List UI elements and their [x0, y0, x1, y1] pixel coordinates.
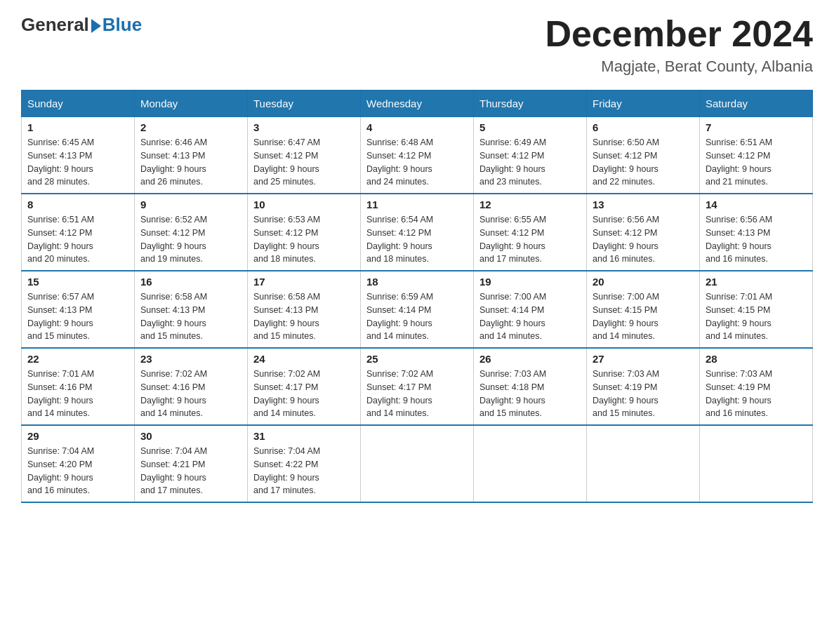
day-cell: 28 Sunrise: 7:03 AM Sunset: 4:19 PM Dayl… [700, 348, 813, 425]
day-info: Sunrise: 7:00 AM Sunset: 4:14 PM Dayligh… [479, 290, 581, 343]
day-cell: 29 Sunrise: 7:04 AM Sunset: 4:20 PM Dayl… [22, 425, 135, 502]
day-info: Sunrise: 6:51 AM Sunset: 4:12 PM Dayligh… [706, 136, 807, 189]
week-row-4: 22 Sunrise: 7:01 AM Sunset: 4:16 PM Dayl… [22, 348, 813, 425]
logo-top: General Blue [21, 14, 142, 36]
day-cell: 27 Sunrise: 7:03 AM Sunset: 4:19 PM Dayl… [587, 348, 700, 425]
header-cell-tuesday: Tuesday [248, 90, 361, 117]
day-cell: 14 Sunrise: 6:56 AM Sunset: 4:13 PM Dayl… [700, 194, 813, 271]
day-number: 28 [706, 353, 807, 365]
header-cell-friday: Friday [587, 90, 700, 117]
day-info: Sunrise: 6:48 AM Sunset: 4:12 PM Dayligh… [366, 136, 468, 189]
day-number: 24 [253, 353, 355, 365]
calendar-body: 1 Sunrise: 6:45 AM Sunset: 4:13 PM Dayli… [22, 117, 813, 503]
day-number: 23 [140, 353, 241, 365]
day-cell [700, 425, 813, 502]
header-row: SundayMondayTuesdayWednesdayThursdayFrid… [22, 90, 813, 117]
header-cell-saturday: Saturday [700, 90, 813, 117]
day-number: 11 [366, 199, 468, 210]
day-cell: 3 Sunrise: 6:47 AM Sunset: 4:12 PM Dayli… [248, 117, 361, 194]
day-number: 13 [593, 199, 694, 210]
day-cell: 7 Sunrise: 6:51 AM Sunset: 4:12 PM Dayli… [700, 117, 813, 194]
day-info: Sunrise: 6:47 AM Sunset: 4:12 PM Dayligh… [253, 136, 355, 189]
page-header: General Blue December 2024 Magjate, Bera… [21, 14, 813, 76]
day-info: Sunrise: 6:57 AM Sunset: 4:13 PM Dayligh… [27, 290, 128, 343]
day-cell: 2 Sunrise: 6:46 AM Sunset: 4:13 PM Dayli… [135, 117, 248, 194]
day-info: Sunrise: 7:04 AM Sunset: 4:22 PM Dayligh… [253, 445, 355, 497]
day-cell [361, 425, 474, 502]
day-cell: 6 Sunrise: 6:50 AM Sunset: 4:12 PM Dayli… [587, 117, 700, 194]
logo-general-text: General [21, 14, 89, 36]
day-info: Sunrise: 6:49 AM Sunset: 4:12 PM Dayligh… [479, 136, 581, 189]
day-number: 8 [27, 199, 128, 210]
day-cell: 26 Sunrise: 7:03 AM Sunset: 4:18 PM Dayl… [474, 348, 587, 425]
day-cell: 21 Sunrise: 7:01 AM Sunset: 4:15 PM Dayl… [700, 271, 813, 348]
day-info: Sunrise: 7:03 AM Sunset: 4:18 PM Dayligh… [479, 368, 581, 420]
day-info: Sunrise: 7:00 AM Sunset: 4:15 PM Dayligh… [593, 290, 694, 343]
day-info: Sunrise: 6:58 AM Sunset: 4:13 PM Dayligh… [140, 290, 241, 343]
day-cell [587, 425, 700, 502]
day-info: Sunrise: 7:02 AM Sunset: 4:17 PM Dayligh… [366, 368, 468, 420]
day-cell: 19 Sunrise: 7:00 AM Sunset: 4:14 PM Dayl… [474, 271, 587, 348]
day-number: 17 [253, 276, 355, 288]
day-number: 15 [27, 276, 128, 288]
week-row-1: 1 Sunrise: 6:45 AM Sunset: 4:13 PM Dayli… [22, 117, 813, 194]
day-cell: 16 Sunrise: 6:58 AM Sunset: 4:13 PM Dayl… [135, 271, 248, 348]
day-number: 16 [140, 276, 241, 288]
day-number: 4 [366, 121, 468, 133]
day-info: Sunrise: 7:04 AM Sunset: 4:20 PM Dayligh… [27, 445, 128, 497]
day-number: 7 [706, 121, 807, 133]
day-info: Sunrise: 7:01 AM Sunset: 4:16 PM Dayligh… [27, 368, 128, 420]
day-cell: 12 Sunrise: 6:55 AM Sunset: 4:12 PM Dayl… [474, 194, 587, 271]
calendar-header: SundayMondayTuesdayWednesdayThursdayFrid… [22, 90, 813, 117]
day-info: Sunrise: 7:02 AM Sunset: 4:16 PM Dayligh… [140, 368, 241, 420]
day-number: 22 [27, 353, 128, 365]
day-info: Sunrise: 6:46 AM Sunset: 4:13 PM Dayligh… [140, 136, 241, 189]
day-number: 19 [479, 276, 581, 288]
day-cell: 18 Sunrise: 6:59 AM Sunset: 4:14 PM Dayl… [361, 271, 474, 348]
day-info: Sunrise: 7:04 AM Sunset: 4:21 PM Dayligh… [140, 445, 241, 497]
day-number: 14 [706, 199, 807, 210]
day-number: 25 [366, 353, 468, 365]
day-cell: 24 Sunrise: 7:02 AM Sunset: 4:17 PM Dayl… [248, 348, 361, 425]
day-number: 3 [253, 121, 355, 133]
day-cell: 1 Sunrise: 6:45 AM Sunset: 4:13 PM Dayli… [22, 117, 135, 194]
header-cell-sunday: Sunday [22, 90, 135, 117]
day-number: 5 [479, 121, 581, 133]
day-number: 27 [593, 353, 694, 365]
day-number: 10 [253, 199, 355, 210]
day-number: 21 [706, 276, 807, 288]
day-info: Sunrise: 6:58 AM Sunset: 4:13 PM Dayligh… [253, 290, 355, 343]
main-title: December 2024 [545, 14, 813, 54]
day-cell: 9 Sunrise: 6:52 AM Sunset: 4:12 PM Dayli… [135, 194, 248, 271]
day-info: Sunrise: 6:52 AM Sunset: 4:12 PM Dayligh… [140, 213, 241, 266]
logo-arrow-icon [91, 19, 101, 33]
day-number: 9 [140, 199, 241, 210]
day-info: Sunrise: 7:02 AM Sunset: 4:17 PM Dayligh… [253, 368, 355, 420]
day-info: Sunrise: 6:56 AM Sunset: 4:12 PM Dayligh… [593, 213, 694, 266]
logo-blue-text: Blue [102, 14, 142, 36]
week-row-2: 8 Sunrise: 6:51 AM Sunset: 4:12 PM Dayli… [22, 194, 813, 271]
day-number: 31 [253, 430, 355, 442]
day-cell: 17 Sunrise: 6:58 AM Sunset: 4:13 PM Dayl… [248, 271, 361, 348]
day-cell: 5 Sunrise: 6:49 AM Sunset: 4:12 PM Dayli… [474, 117, 587, 194]
header-cell-wednesday: Wednesday [361, 90, 474, 117]
day-cell: 11 Sunrise: 6:54 AM Sunset: 4:12 PM Dayl… [361, 194, 474, 271]
week-row-5: 29 Sunrise: 7:04 AM Sunset: 4:20 PM Dayl… [22, 425, 813, 502]
header-cell-thursday: Thursday [474, 90, 587, 117]
day-info: Sunrise: 6:45 AM Sunset: 4:13 PM Dayligh… [27, 136, 128, 189]
day-number: 12 [479, 199, 581, 210]
day-info: Sunrise: 7:03 AM Sunset: 4:19 PM Dayligh… [593, 368, 694, 420]
day-number: 29 [27, 430, 128, 442]
day-number: 30 [140, 430, 241, 442]
day-info: Sunrise: 6:56 AM Sunset: 4:13 PM Dayligh… [706, 213, 807, 266]
day-info: Sunrise: 6:54 AM Sunset: 4:12 PM Dayligh… [366, 213, 468, 266]
subtitle: Magjate, Berat County, Albania [545, 58, 813, 76]
day-cell: 8 Sunrise: 6:51 AM Sunset: 4:12 PM Dayli… [22, 194, 135, 271]
day-cell: 13 Sunrise: 6:56 AM Sunset: 4:12 PM Dayl… [587, 194, 700, 271]
day-cell: 20 Sunrise: 7:00 AM Sunset: 4:15 PM Dayl… [587, 271, 700, 348]
calendar-table: SundayMondayTuesdayWednesdayThursdayFrid… [21, 90, 813, 503]
day-cell: 31 Sunrise: 7:04 AM Sunset: 4:22 PM Dayl… [248, 425, 361, 502]
day-number: 20 [593, 276, 694, 288]
header-cell-monday: Monday [135, 90, 248, 117]
day-cell: 10 Sunrise: 6:53 AM Sunset: 4:12 PM Dayl… [248, 194, 361, 271]
